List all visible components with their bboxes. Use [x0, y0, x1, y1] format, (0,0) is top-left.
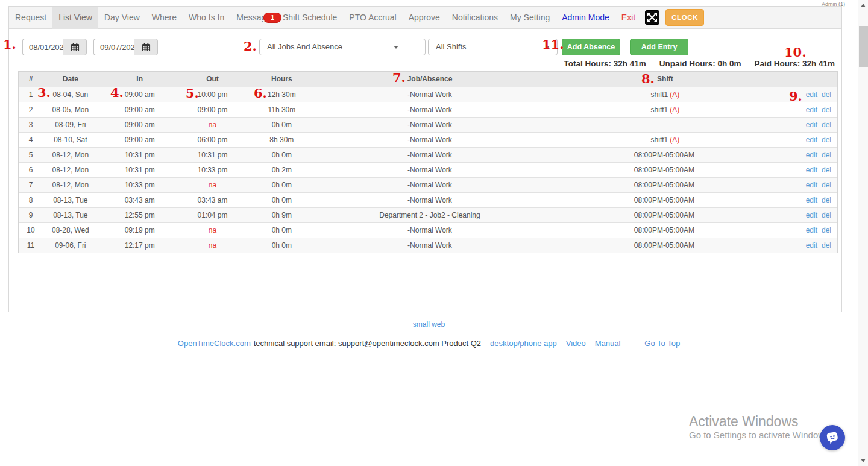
tab-day-view[interactable]: Day View [98, 7, 146, 29]
del-link[interactable]: del [822, 105, 831, 114]
video-link[interactable]: Video [566, 339, 586, 348]
cell-in: 09:00 am [98, 118, 181, 132]
edit-link[interactable]: edit [806, 90, 817, 99]
brand-link[interactable]: OpenTimeClock.com [178, 339, 251, 348]
edit-link[interactable]: edit [806, 166, 817, 174]
table-row: 9 08-13, Tue 12:55 pm 01:04 pm 0h 9m Dep… [19, 207, 837, 222]
scroll-up-arrow-icon[interactable] [861, 4, 866, 7]
tab-label: List View [58, 13, 92, 22]
del-link[interactable]: del [822, 226, 831, 235]
cell-actions: editdel [790, 102, 837, 117]
del-link[interactable]: del [822, 151, 831, 159]
table-row: 5 08-12, Mon 10:31 pm 10:31 pm 0h 0m -No… [19, 147, 837, 162]
cell-hours: 0h 9m [244, 208, 319, 222]
footer-main: OpenTimeClock.com technical support emai… [0, 339, 858, 348]
page-root: Admin (1) RequestList ViewDay ViewWhereW… [0, 0, 868, 466]
jobs-dropdown[interactable]: All Jobs And Absence [259, 39, 426, 55]
cell-hours: 0h 2m [244, 163, 319, 177]
cell-num: 9 [19, 208, 43, 222]
del-link[interactable]: del [822, 241, 831, 250]
edit-link[interactable]: edit [806, 226, 817, 235]
cell-date: 08-10, Sat [43, 133, 98, 147]
table-row: 8 08-13, Tue 03:43 am 03:43 am 0h 0m -No… [19, 192, 837, 207]
edit-link[interactable]: edit [806, 105, 817, 114]
date-to-input[interactable] [93, 39, 134, 55]
cell-out: 10:31 pm [181, 148, 244, 162]
table-body: 1 08-04, Sun 09:00 am 10:00 pm 12h 30m -… [19, 87, 837, 253]
tab-where[interactable]: Where [146, 7, 183, 29]
go-to-top-link[interactable]: Go To Top [644, 339, 680, 348]
del-link[interactable]: del [822, 211, 831, 219]
cell-hours: 8h 30m [244, 133, 319, 147]
cell-out: 01:04 pm [181, 208, 244, 222]
edit-link[interactable]: edit [806, 211, 817, 219]
vertical-scrollbar[interactable] [858, 0, 868, 466]
tab-who-is-in[interactable]: Who Is In [183, 7, 230, 29]
table-row: 6 08-12, Mon 10:31 pm 10:33 pm 0h 2m -No… [19, 162, 837, 177]
tab-my-setting[interactable]: My Setting [504, 7, 556, 29]
date-to-calendar-button[interactable] [134, 39, 158, 55]
scrollbar-thumb[interactable] [859, 26, 868, 67]
cell-shift: 08:00PM-05:00AM [540, 178, 790, 192]
edit-link[interactable]: edit [806, 196, 817, 204]
tab-message[interactable]: Message1 [230, 7, 277, 29]
del-link[interactable]: del [822, 121, 831, 129]
tab-pto-accrual[interactable]: PTO Accrual [343, 7, 402, 29]
fullscreen-icon[interactable] [645, 10, 659, 25]
cell-num: 11 [19, 238, 43, 253]
date-from-calendar-button[interactable] [63, 39, 87, 55]
edit-link[interactable]: edit [806, 181, 817, 189]
unpaid-hours: Unpaid Hours: 0h 0m [659, 59, 741, 68]
col-header-in: In [98, 72, 181, 87]
clock-button[interactable]: CLOCK [665, 9, 704, 26]
tab-exit[interactable]: Exit [615, 7, 641, 29]
tab-list-view[interactable]: List View [52, 7, 98, 29]
cell-shift: 08:00PM-05:00AM [540, 148, 790, 162]
tab-notifications[interactable]: Notifications [446, 7, 504, 29]
date-from-input[interactable] [22, 39, 63, 55]
cell-job: -Normal Work [319, 148, 539, 162]
cell-hours: 12h 30m [244, 87, 319, 102]
cell-num: 6 [19, 163, 43, 177]
cell-shift: shift1(A) [540, 87, 790, 102]
del-link[interactable]: del [822, 196, 831, 204]
timesheet-table: # Date In Out Hours Job/Absence Shift 1 [18, 71, 838, 253]
col-header-job: Job/Absence [319, 72, 539, 87]
cell-out: na [181, 178, 244, 192]
cell-out: 10:00 pm [181, 87, 244, 102]
del-link[interactable]: del [822, 181, 831, 189]
add-absence-button[interactable]: Add Absence [562, 39, 620, 55]
manual-link[interactable]: Manual [595, 339, 621, 348]
cell-shift: 08:00PM-05:00AM [540, 163, 790, 177]
tab-label: Approve [409, 13, 440, 22]
edit-link[interactable]: edit [806, 136, 817, 144]
edit-link[interactable]: edit [806, 241, 817, 250]
edit-link[interactable]: edit [806, 121, 817, 129]
cell-job: -Normal Work [319, 118, 539, 132]
del-link[interactable]: del [822, 90, 831, 99]
tab-label: PTO Accrual [349, 13, 396, 22]
tab-admin-mode[interactable]: Admin Mode [556, 7, 615, 29]
tab-request[interactable]: Request [9, 7, 52, 29]
cell-num: 10 [19, 223, 43, 238]
del-link[interactable]: del [822, 136, 831, 144]
cell-out: na [181, 223, 244, 238]
cell-in: 10:31 pm [98, 148, 181, 162]
cell-actions: editdel [790, 178, 837, 192]
edit-link[interactable]: edit [806, 151, 817, 159]
tab-label: Admin Mode [562, 13, 609, 22]
shifts-dropdown[interactable]: All Shifts [428, 39, 558, 55]
small-web-link[interactable]: small web [413, 320, 445, 329]
shift-value: 08:00PM-05:00AM [634, 181, 694, 189]
chat-widget-button[interactable] [820, 425, 845, 450]
table-header-row: # Date In Out Hours Job/Absence Shift [19, 72, 837, 87]
desktop-app-link[interactable]: desktop/phone app [490, 339, 557, 348]
del-link[interactable]: del [822, 166, 831, 174]
cell-actions: editdel [790, 208, 837, 222]
scroll-down-arrow-icon[interactable] [861, 459, 866, 462]
tab-approve[interactable]: Approve [403, 7, 446, 29]
add-entry-button[interactable]: Add Entry [630, 39, 688, 55]
cell-job: -Normal Work [319, 223, 539, 238]
cell-out: 10:33 pm [181, 163, 244, 177]
tab-shift-schedule[interactable]: Shift Schedule [277, 7, 343, 29]
